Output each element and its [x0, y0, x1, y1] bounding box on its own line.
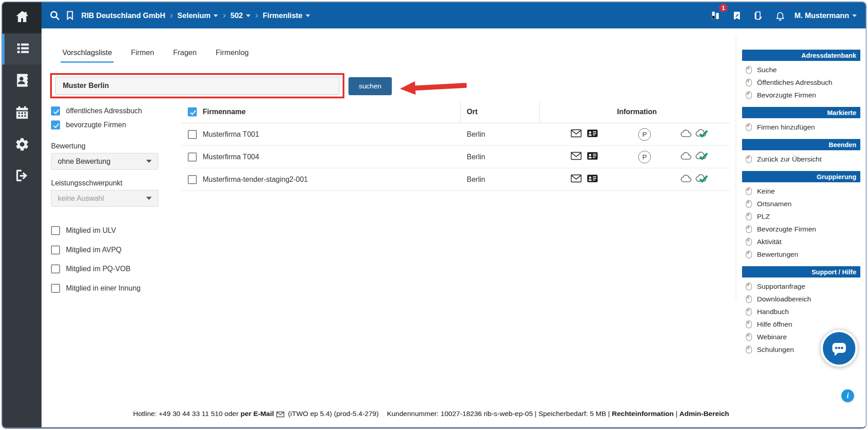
cloud-check-icon[interactable] — [695, 151, 709, 162]
profile-badge-icon[interactable]: P — [638, 128, 651, 141]
action-gruppierung-aktivitaet[interactable]: Aktivität — [746, 236, 860, 248]
search-button[interactable]: suchen — [348, 77, 392, 95]
row-checkbox[interactable] — [188, 175, 197, 184]
checkbox-icon[interactable] — [51, 226, 60, 235]
rechteinformation-link[interactable]: Rechteinformation — [612, 410, 673, 417]
cloud-icon[interactable] — [680, 174, 692, 185]
row-checkbox[interactable] — [188, 130, 197, 139]
table-row[interactable]: Musterfirma T004 Berlin P — [181, 146, 730, 168]
table-row[interactable]: Musterfirma-tender-staging2-001 Berlin — [181, 168, 730, 191]
filter-public-addressbook[interactable]: öffentliches Adressbuch — [51, 106, 142, 116]
row-checkbox[interactable] — [188, 153, 197, 162]
sidebar-item-contacts[interactable] — [2, 66, 42, 97]
leistungsschwerpunkt-label: Leistungsschwerpunkt — [51, 179, 122, 187]
action-gruppierung-bewertungen[interactable]: Bewertungen — [746, 248, 860, 261]
module-switch-icon[interactable]: 1 — [708, 8, 723, 23]
leistungsschwerpunkt-select[interactable]: keine Auswahl — [51, 190, 158, 207]
sidebar-item-calendar[interactable] — [2, 98, 42, 129]
bookmark-icon[interactable] — [62, 8, 78, 23]
breadcrumb-number[interactable]: 502 — [230, 11, 243, 20]
action-gruppierung-keine[interactable]: Keine — [746, 185, 860, 198]
global-search-icon[interactable] — [47, 8, 62, 23]
report-edit-icon[interactable] — [751, 8, 766, 23]
action-zurueck-zur-uebersicht[interactable]: Zurück zur Übersicht — [746, 153, 860, 166]
contact-card-icon[interactable] — [587, 129, 598, 139]
company-name[interactable]: Musterfirma T001 — [203, 130, 259, 139]
action-label: Firmen hinzufügen — [757, 123, 815, 131]
checkbox-icon[interactable] — [51, 264, 60, 273]
chevron-down-icon[interactable] — [246, 14, 251, 17]
column-header-ort[interactable]: Ort — [467, 108, 478, 116]
company-name[interactable]: Musterfirma-tender-staging2-001 — [203, 176, 308, 184]
mail-icon — [276, 412, 284, 417]
column-header-firmenname[interactable]: Firmenname — [203, 108, 246, 116]
profile-badge-icon[interactable]: P — [638, 151, 651, 163]
contact-card-icon[interactable] — [587, 174, 598, 185]
sidebar-item-logout[interactable] — [2, 161, 42, 192]
chevron-down-icon[interactable] — [306, 14, 310, 17]
action-supportanfrage[interactable]: Supportanfrage — [746, 280, 860, 293]
filter-panel: öffentliches Adressbuch bevorzugte Firme… — [51, 28, 177, 317]
filter-mitglied-pq-vob[interactable]: Mitglied im PQ-VOB — [51, 264, 130, 273]
email-link[interactable]: per E-Mail — [241, 410, 274, 417]
action-firmen-hinzufuegen[interactable]: Firmen hinzufügen — [746, 121, 860, 134]
checkbox-label: bevorzugte Firmen — [66, 121, 126, 129]
action-hilfe-oeffnen[interactable]: Hilfe öffnen — [746, 318, 860, 331]
cloud-icon[interactable] — [680, 152, 692, 162]
column-header-information[interactable]: Information — [617, 108, 657, 116]
chat-button[interactable] — [821, 330, 858, 367]
admin-bereich-link[interactable]: Admin-Bereich — [679, 410, 729, 417]
select-all-checkbox[interactable] — [188, 107, 197, 116]
sidebar-item-settings[interactable] — [2, 130, 42, 161]
checkbox-icon[interactable] — [51, 284, 60, 293]
sign-out-icon — [14, 168, 30, 185]
contact-card-icon[interactable] — [587, 152, 598, 162]
address-book-icon — [14, 73, 30, 90]
bell-icon[interactable] — [773, 8, 788, 23]
mail-icon[interactable] — [571, 129, 582, 139]
tag-edit-icon[interactable] — [729, 8, 745, 23]
checkbox-label: öffentliches Adressbuch — [66, 107, 142, 115]
user-menu[interactable]: M. Mustermann — [794, 11, 857, 20]
action-handbuch[interactable]: Handbuch — [746, 305, 860, 318]
checkbox-checked-icon[interactable] — [51, 120, 60, 129]
action-oeffentliches-adressbuch[interactable]: Öffentliches Adressbuch — [746, 76, 860, 89]
cloud-check-icon[interactable] — [695, 174, 709, 185]
chevron-down-icon — [146, 197, 152, 200]
action-downloadbereich[interactable]: Downloadbereich — [746, 293, 860, 305]
action-suche[interactable]: Suche — [746, 64, 860, 76]
filter-mitglied-avpq[interactable]: Mitglied im AVPQ — [51, 245, 121, 254]
bewertung-select[interactable]: ohne Bewertung — [51, 153, 158, 170]
action-gruppierung-bevorzugte-firmen[interactable]: Bevorzugte Firmen — [746, 223, 860, 236]
checkbox-checked-icon[interactable] — [51, 106, 60, 116]
breadcrumb-separator: › — [223, 9, 226, 20]
mail-icon[interactable] — [571, 152, 582, 162]
action-gruppierung-plz[interactable]: PLZ — [746, 210, 860, 223]
table-row[interactable]: Musterfirma T001 Berlin P — [181, 123, 730, 146]
action-label: Aktivität — [757, 238, 781, 246]
action-label: Keine — [757, 187, 775, 195]
mail-icon[interactable] — [571, 174, 582, 185]
chevron-down-icon[interactable] — [214, 14, 218, 17]
breadcrumb-project[interactable]: Selenium — [177, 11, 210, 20]
sidebar-item-home[interactable] — [2, 2, 42, 33]
cloud-icon[interactable] — [680, 129, 692, 139]
action-gruppierung-ortsnamen[interactable]: Ortsnamen — [746, 198, 860, 210]
tab-firmenlog[interactable]: Firmenlog — [216, 48, 249, 63]
main-content: Vorschlagsliste Firmen Fragen Firmenlog … — [42, 28, 866, 427]
checkbox-icon[interactable] — [51, 245, 60, 254]
company-name[interactable]: Musterfirma T004 — [203, 153, 259, 161]
section-header-markierte: Markierte — [742, 107, 860, 118]
filter-preferred-companies[interactable]: bevorzugte Firmen — [51, 120, 126, 129]
sidebar-item-company-list[interactable] — [2, 34, 42, 65]
action-label: Bewertungen — [757, 250, 798, 259]
action-bevorzugte-firmen[interactable]: Bevorzugte Firmen — [746, 89, 860, 102]
breadcrumb-company[interactable]: RIB Deutschland GmbH — [81, 11, 165, 20]
breadcrumb-page[interactable]: Firmenliste — [263, 11, 302, 20]
cloud-check-icon[interactable] — [695, 129, 709, 140]
action-label: Webinare — [757, 333, 787, 341]
filter-mitglied-innung[interactable]: Mitglied in einer Innung — [51, 284, 140, 293]
info-button[interactable]: i — [841, 389, 854, 402]
filter-mitglied-ulv[interactable]: Mitglied im ULV — [51, 226, 116, 235]
action-label: Hilfe öffnen — [757, 320, 792, 328]
